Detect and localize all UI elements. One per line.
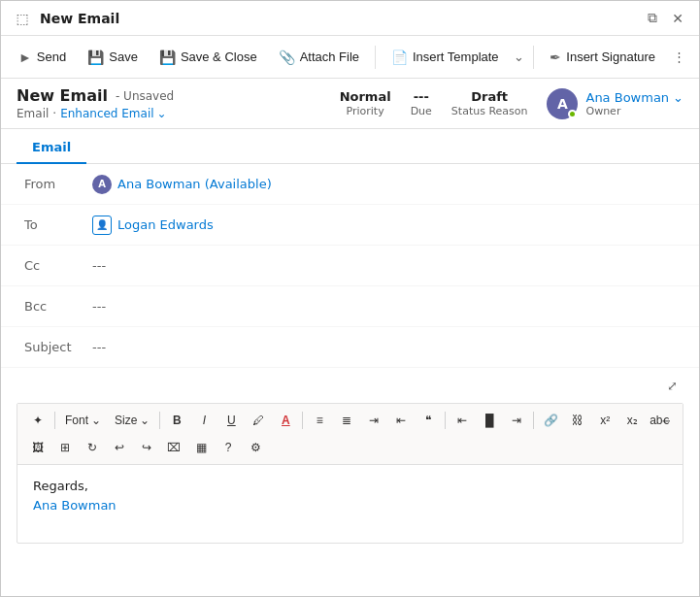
bold-button[interactable]: B	[164, 408, 189, 433]
status-meta: Draft Status Reason	[451, 89, 528, 117]
font-dropdown-icon: ⌄	[91, 414, 101, 427]
font-color-button[interactable]: A	[273, 408, 298, 433]
info-bar: New Email - Unsaved Email · Enhanced Ema…	[1, 79, 699, 129]
insert-image-button[interactable]: 🖼	[25, 435, 50, 460]
more-options-button[interactable]: ⋮	[667, 44, 691, 71]
subscript-button[interactable]: x₂	[619, 408, 645, 433]
signature-icon: ✒	[550, 50, 561, 65]
owner-avatar: A	[547, 88, 578, 119]
from-row: From A Ana Bowman (Available)	[1, 164, 699, 205]
send-button[interactable]: ► Send	[9, 45, 76, 70]
breadcrumb-enhanced[interactable]: Enhanced Email ⌄	[60, 107, 167, 120]
cc-row: Cc ---	[1, 246, 699, 286]
attach-button[interactable]: 📎 Attach File	[269, 45, 369, 70]
ltr-button[interactable]: ↻	[80, 435, 105, 460]
priority-value: Normal	[340, 89, 391, 104]
tab-bar: Email	[1, 129, 699, 164]
size-selector[interactable]: Size ⌄	[109, 412, 155, 429]
due-meta: --- Due	[411, 89, 432, 117]
unlink-button[interactable]: ⛓	[565, 408, 590, 433]
breadcrumb-email: Email	[17, 107, 49, 120]
title-bar-left: ⬚ New Email	[13, 9, 119, 28]
font-selector[interactable]: Font ⌄	[59, 412, 107, 429]
cc-value[interactable]: ---	[92, 258, 676, 273]
popout-icon[interactable]: ⧉	[643, 9, 662, 28]
align-center-button[interactable]: █	[477, 408, 502, 433]
from-value[interactable]: A Ana Bowman (Available)	[92, 175, 676, 194]
owner-dropdown-icon: ⌄	[673, 90, 683, 105]
toolbar-separator-2	[533, 46, 534, 69]
meta-section: Normal Priority --- Due Draft Status Rea…	[340, 89, 528, 117]
toolbar-separator-1	[375, 46, 376, 69]
status-label: Status Reason	[451, 105, 528, 117]
italic-button[interactable]: I	[191, 408, 217, 433]
subject-value[interactable]: ---	[92, 340, 676, 354]
back-icon[interactable]: ⬚	[13, 9, 32, 28]
redo-button[interactable]: ↪	[134, 435, 159, 460]
settings-button[interactable]: ⚙	[243, 435, 268, 460]
from-label: From	[24, 177, 92, 191]
ai-icon[interactable]: ✦	[25, 408, 50, 433]
title-bar: ⬚ New Email ⧉ ✕	[1, 1, 699, 36]
editor-sep-5	[533, 412, 534, 429]
subject-label: Subject	[24, 340, 92, 354]
underline-button[interactable]: U	[218, 408, 244, 433]
save-icon: 💾	[87, 50, 104, 65]
breadcrumb: Email · Enhanced Email ⌄	[17, 107, 320, 120]
save-close-icon: 💾	[159, 50, 176, 65]
quote-button[interactable]: ❝	[416, 408, 441, 433]
insert-table-button[interactable]: ⊞	[52, 435, 78, 460]
bcc-value[interactable]: ---	[92, 299, 676, 314]
title-bar-icons: ⧉ ✕	[643, 9, 687, 28]
bullet-list-button[interactable]: ≡	[307, 408, 332, 433]
editor-body[interactable]: Regards, Ana Bowman	[17, 465, 683, 543]
editor-name: Ana Bowman	[33, 496, 667, 515]
breadcrumb-chevron-icon: ⌄	[157, 107, 167, 120]
save-close-button[interactable]: 💾 Save & Close	[150, 45, 267, 70]
expand-button[interactable]: ⤢	[660, 374, 683, 397]
bcc-label: Bcc	[24, 299, 92, 314]
title-section: New Email - Unsaved Email · Enhanced Ema…	[17, 86, 320, 120]
tab-email[interactable]: Email	[17, 130, 86, 164]
to-contact-icon: 👤	[92, 216, 112, 235]
send-icon: ►	[18, 50, 32, 65]
editor-container: ✦ Font ⌄ Size ⌄ B I U 🖊 A ≡	[17, 403, 683, 544]
priority-label: Priority	[347, 105, 384, 117]
indent-button[interactable]: ⇥	[361, 408, 386, 433]
close-icon[interactable]: ✕	[668, 9, 687, 28]
owner-initial: A	[557, 96, 568, 112]
email-window: ⬚ New Email ⧉ ✕ ► Send 💾 Save 💾 Save & C…	[0, 0, 700, 597]
subject-row: Subject ---	[1, 327, 699, 368]
insert-template-button[interactable]: 📄 Insert Template	[382, 45, 509, 70]
link-button[interactable]: 🔗	[538, 408, 563, 433]
number-list-button[interactable]: ≣	[334, 408, 359, 433]
editor-sep-3	[302, 412, 303, 429]
from-avatar: A	[92, 175, 112, 194]
align-right-button[interactable]: ⇥	[504, 408, 529, 433]
email-title: New Email	[17, 86, 108, 105]
to-label: To	[24, 217, 92, 232]
table-button[interactable]: ▦	[188, 435, 214, 460]
clear-format-button[interactable]: ⌧	[161, 435, 186, 460]
editor-sep-1	[54, 412, 55, 429]
email-form: From A Ana Bowman (Available) To 👤 Logan…	[1, 164, 699, 596]
align-left-button[interactable]: ⇤	[450, 408, 475, 433]
highlight-button[interactable]: 🖊	[246, 408, 271, 433]
owner-info: Ana Bowman ⌄ Owner	[585, 90, 683, 117]
insert-template-dropdown[interactable]: ⌄	[511, 44, 528, 71]
bcc-row: Bcc ---	[1, 286, 699, 327]
insert-signature-button[interactable]: ✒ Insert Signature	[540, 45, 665, 70]
due-label: Due	[411, 105, 432, 117]
editor-regards: Regards,	[33, 477, 667, 496]
help-button[interactable]: ?	[216, 435, 241, 460]
undo-button[interactable]: ↩	[107, 435, 132, 460]
title-row: New Email - Unsaved	[17, 86, 320, 105]
to-value[interactable]: 👤 Logan Edwards	[92, 216, 676, 235]
expand-area: ⤢	[1, 368, 699, 403]
save-button[interactable]: 💾 Save	[78, 45, 148, 70]
owner-name[interactable]: Ana Bowman ⌄	[585, 90, 683, 105]
outdent-button[interactable]: ⇤	[388, 408, 414, 433]
superscript-button[interactable]: x²	[592, 408, 617, 433]
strikethrough-button[interactable]: abc̶	[647, 408, 672, 433]
to-row: To 👤 Logan Edwards	[1, 205, 699, 246]
